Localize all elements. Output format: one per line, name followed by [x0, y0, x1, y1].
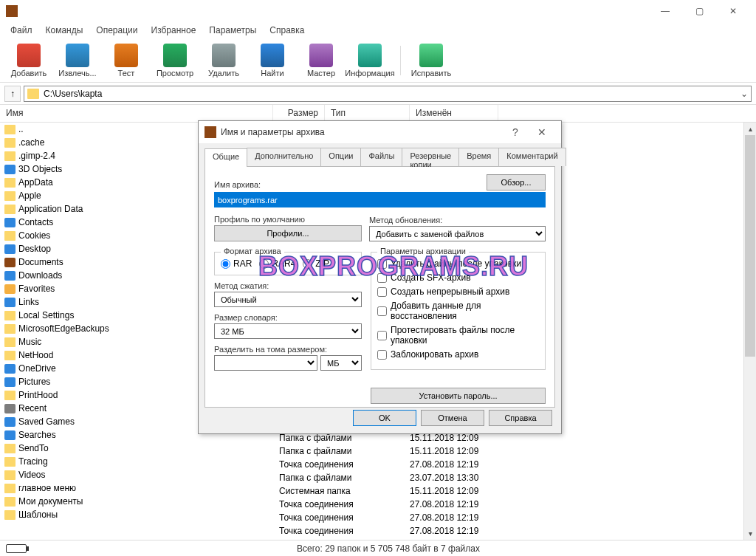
file-icon	[4, 391, 16, 400]
checkbox-input[interactable]	[377, 331, 387, 340]
checkbox-label: Создать непрерывный архив	[391, 286, 509, 297]
file-name: Favorites	[18, 284, 55, 294]
close-button[interactable]: ✕	[716, 0, 750, 22]
radio-ZIP[interactable]: ZIP	[303, 258, 329, 269]
update-method-select[interactable]: Добавить с заменой файлов	[369, 226, 546, 241]
dict-select[interactable]: 32 МБ	[214, 323, 362, 339]
checkbox-Заблокировать архив[interactable]: Заблокировать архив	[377, 349, 539, 360]
tab-Дополнительно[interactable]: Дополнительно	[247, 148, 321, 166]
radio-label: ZIP	[315, 258, 329, 269]
tool-Удалить[interactable]: Удалить	[202, 44, 245, 78]
file-icon	[4, 191, 16, 201]
tab-Общие[interactable]: Общие	[205, 148, 247, 167]
checkbox-input[interactable]	[377, 273, 387, 283]
tab-Время[interactable]: Время	[458, 148, 499, 166]
cancel-button[interactable]: Отмена	[421, 410, 484, 426]
address-combo[interactable]: C:\Users\kapta ⌄	[24, 86, 752, 102]
profiles-button[interactable]: Профили...	[214, 225, 362, 241]
scrollbar[interactable]: ▴ ▾	[743, 123, 756, 540]
file-row[interactable]: Папка с файлами23.07.2018 13:30	[0, 471, 756, 484]
tool-Извлечь...[interactable]: Извлечь...	[56, 44, 99, 78]
menu-Избранное[interactable]: Избранное	[145, 24, 202, 37]
file-row[interactable]: Системная папка15.11.2018 12:09	[0, 484, 756, 498]
file-date: 27.08.2018 12:19	[410, 512, 498, 523]
file-date: 27.08.2018 12:19	[410, 499, 498, 509]
address-bar: ↑ C:\Users\kapta ⌄	[0, 83, 756, 105]
params-legend: Параметры архивации	[377, 247, 469, 255]
file-icon	[4, 244, 16, 254]
help-button[interactable]: Справка	[489, 410, 552, 426]
maximize-button[interactable]: ▢	[682, 0, 716, 22]
tab-Комментарий[interactable]: Комментарий	[498, 148, 566, 166]
menu-Команды[interactable]: Команды	[40, 24, 89, 37]
params-group: Параметры архивации Удалить файлы после …	[371, 252, 546, 370]
radio-RAR[interactable]: RAR	[221, 258, 252, 269]
ok-button[interactable]: OK	[353, 410, 416, 426]
compress-select[interactable]: Обычный	[214, 292, 362, 307]
file-date: 23.07.2018 13:30	[410, 473, 498, 483]
tool-Мастер[interactable]: Мастер	[300, 44, 343, 78]
file-name: 3D Objects	[18, 164, 62, 174]
file-icon	[4, 165, 16, 174]
file-row[interactable]: Точка соединения27.08.2018 12:19	[0, 498, 756, 511]
tool-Исправить[interactable]: Исправить	[410, 44, 453, 78]
archive-name-input[interactable]	[214, 192, 546, 207]
col-name[interactable]: Имя	[0, 105, 273, 122]
dialog-help-button[interactable]: ?	[502, 122, 529, 143]
radio-input[interactable]	[303, 259, 312, 269]
tool-Добавить[interactable]: Добавить	[7, 44, 50, 78]
menu-Операции[interactable]: Операции	[90, 24, 143, 37]
tab-Файлы[interactable]: Файлы	[360, 148, 402, 166]
file-row[interactable]: Точка соединения27.08.2018 12:19	[0, 458, 756, 471]
col-modified[interactable]: Изменён	[410, 105, 498, 122]
col-type[interactable]: Тип	[325, 105, 410, 122]
chevron-down-icon[interactable]: ⌄	[740, 89, 748, 99]
status-text: Всего: 29 папок и 5 705 748 байт в 7 фай…	[27, 543, 750, 554]
password-button[interactable]: Установить пароль...	[371, 388, 546, 404]
tab-Опции[interactable]: Опции	[320, 148, 361, 166]
file-type: Папка с файлами	[273, 473, 410, 483]
radio-input[interactable]	[221, 259, 230, 269]
scroll-down-icon[interactable]: ▾	[744, 527, 756, 540]
scroll-up-icon[interactable]: ▴	[744, 123, 756, 135]
col-size[interactable]: Размер	[273, 105, 325, 122]
checkbox-Удалить файлы после упаковки[interactable]: Удалить файлы после упаковки	[377, 258, 539, 269]
file-type: Точка соединения	[273, 526, 410, 536]
tool-Информация[interactable]: Информация	[348, 44, 391, 78]
app-icon	[205, 126, 216, 138]
checkbox-Добавить данные для восстановления[interactable]: Добавить данные для восстановления	[377, 301, 539, 321]
scroll-thumb[interactable]	[745, 135, 755, 357]
format-legend: Формат архива	[221, 247, 284, 255]
menu-Файл[interactable]: Файл	[4, 24, 38, 37]
split-unit-select[interactable]: МБ	[320, 355, 362, 371]
checkbox-Протестировать файлы после упаковки[interactable]: Протестировать файлы после упаковки	[377, 325, 539, 346]
file-row[interactable]: Точка соединения27.08.2018 12:19	[0, 511, 756, 524]
tab-Резервные копии[interactable]: Резервные копии	[402, 148, 459, 166]
checkbox-input[interactable]	[377, 306, 387, 316]
browse-button[interactable]: Обзор...	[487, 174, 546, 191]
file-name: NetHood	[18, 350, 53, 360]
dialog-close-button[interactable]: ✕	[529, 122, 555, 143]
file-icon	[4, 377, 16, 387]
menu-Справка[interactable]: Справка	[264, 24, 310, 37]
menu-Параметры[interactable]: Параметры	[203, 24, 262, 37]
radio-RAR4[interactable]: RAR4	[259, 258, 295, 269]
tool-label: Добавить	[11, 69, 47, 78]
checkbox-input[interactable]	[377, 350, 387, 360]
checkbox-input[interactable]	[377, 259, 387, 269]
tool-Найти[interactable]: Найти	[251, 44, 294, 78]
dialog-titlebar: Имя и параметры архива ? ✕	[199, 121, 561, 143]
checkbox-input[interactable]	[377, 287, 387, 297]
up-button[interactable]: ↑	[4, 86, 21, 102]
tool-Тест[interactable]: Тест	[105, 44, 148, 78]
file-row[interactable]: Папка с файлами15.11.2018 12:09	[0, 445, 756, 458]
radio-input[interactable]	[259, 259, 269, 269]
file-icon	[4, 337, 16, 347]
file-name: MicrosoftEdgeBackups	[18, 323, 109, 334]
file-row[interactable]: Точка соединения27.08.2018 12:19	[0, 524, 756, 538]
split-size-select[interactable]	[214, 355, 317, 371]
checkbox-Создать непрерывный архив[interactable]: Создать непрерывный архив	[377, 286, 539, 297]
tool-Просмотр[interactable]: Просмотр	[154, 44, 196, 78]
checkbox-Создать SFX-архив[interactable]: Создать SFX-архив	[377, 272, 539, 283]
minimize-button[interactable]: —	[648, 0, 682, 22]
